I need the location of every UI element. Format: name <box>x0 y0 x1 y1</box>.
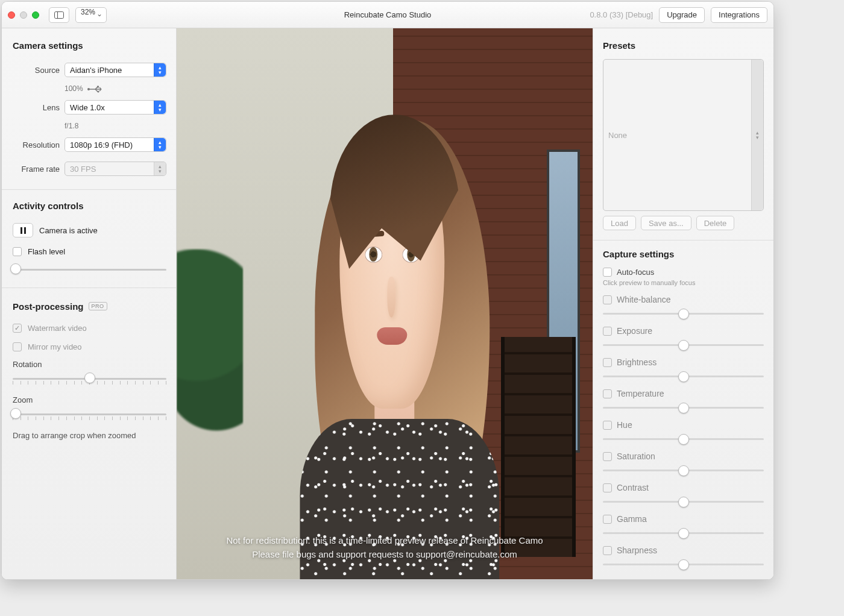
hue-checkbox[interactable] <box>603 421 612 430</box>
mirror-checkbox <box>13 342 22 351</box>
brightness-slider[interactable] <box>603 371 764 383</box>
white-balance-checkbox[interactable] <box>603 295 612 304</box>
divider <box>593 240 773 240</box>
delete-preset-button[interactable]: Delete <box>696 216 735 230</box>
framerate-label: Frame rate <box>13 165 60 174</box>
saturation-label: Saturation <box>617 451 655 461</box>
rotation-slider[interactable] <box>13 372 166 386</box>
battery-label: 100% <box>65 84 83 93</box>
gamma-label: Gamma <box>617 514 647 524</box>
watermark-line1: Not for redistribution: this is a time-l… <box>189 534 581 548</box>
stepper-icon <box>154 138 166 151</box>
autofocus-label: Auto-focus <box>617 268 654 277</box>
gamma-checkbox[interactable] <box>603 515 612 524</box>
contrast-checkbox[interactable] <box>603 483 612 492</box>
svg-rect-4 <box>97 86 99 88</box>
zoom-hint: Drag to arrange crop when zoomed <box>13 431 166 440</box>
usb-icon <box>87 86 99 92</box>
hue-slider[interactable] <box>603 433 764 445</box>
gamma-slider[interactable] <box>603 527 764 539</box>
lens-value: Wide 1.0x <box>70 103 105 112</box>
mirror-label: Mirror my video <box>28 342 82 351</box>
preset-value: None <box>608 131 627 140</box>
flash-level-slider[interactable] <box>13 263 166 277</box>
right-panel: Presets None Load Save as... Delete Capt… <box>593 28 773 579</box>
brightness-label: Brightness <box>617 357 657 367</box>
flash-level-checkbox[interactable] <box>13 247 22 256</box>
resolution-label: Resolution <box>13 140 60 149</box>
sharpness-slider[interactable] <box>603 559 764 571</box>
fullscreen-window-icon[interactable] <box>32 11 39 19</box>
contrast-label: Contrast <box>617 483 649 492</box>
exposure-slider[interactable] <box>603 339 764 351</box>
aperture-label: f/1.8 <box>65 122 78 130</box>
source-select[interactable]: Aidan's iPhone <box>65 63 166 77</box>
zoom-value: 32% <box>81 8 95 16</box>
watermark-label: Watermark video <box>28 324 87 333</box>
version-label: 0.8.0 (33) [Debug] <box>590 10 653 19</box>
sharpness-label: Sharpness <box>617 545 657 555</box>
stepper-icon <box>751 60 763 210</box>
presets-heading: Presets <box>603 40 764 51</box>
post-processing-heading: Post-processing <box>13 301 84 312</box>
pause-camera-button[interactable] <box>13 223 33 237</box>
temperature-checkbox[interactable] <box>603 389 612 398</box>
brightness-checkbox[interactable] <box>603 358 612 367</box>
temperature-label: Temperature <box>617 389 664 398</box>
zoom-select[interactable]: 32% <box>75 7 107 23</box>
white-balance-slider[interactable] <box>603 308 764 320</box>
svg-rect-0 <box>55 11 64 18</box>
upgrade-button[interactable]: Upgrade <box>659 7 705 23</box>
contrast-slider[interactable] <box>603 496 764 508</box>
watermark-checkbox <box>13 324 22 333</box>
window-controls <box>8 11 39 19</box>
integrations-button[interactable]: Integrations <box>711 7 767 23</box>
framerate-select: 30 FPS <box>65 162 166 176</box>
save-preset-button[interactable]: Save as... <box>641 216 691 230</box>
stepper-icon <box>154 101 166 114</box>
camera-status-label: Camera is active <box>39 226 98 235</box>
rotation-label: Rotation <box>13 360 166 369</box>
activity-controls-heading: Activity controls <box>13 201 166 211</box>
sidebar-toggle-button[interactable] <box>49 7 69 23</box>
stepper-icon <box>154 63 166 77</box>
exposure-label: Exposure <box>617 326 652 336</box>
zoom-label: Zoom <box>13 395 166 404</box>
framerate-value: 30 FPS <box>70 165 96 174</box>
titlebar: 32% Reincubate Camo Studio 0.8.0 (33) [D… <box>2 2 773 28</box>
focus-hint: Click preview to manually focus <box>603 279 764 286</box>
zoom-slider[interactable] <box>13 408 166 421</box>
source-value: Aidan's iPhone <box>70 66 122 75</box>
preset-select[interactable]: None <box>603 59 764 211</box>
flash-level-label: Flash level <box>28 247 65 256</box>
autofocus-checkbox[interactable] <box>603 268 612 277</box>
watermark-line2: Please file bugs and support requests to… <box>189 548 581 562</box>
divider <box>2 189 176 190</box>
close-window-icon[interactable] <box>8 11 15 19</box>
resolution-value: 1080p 16:9 (FHD) <box>70 140 133 149</box>
lens-select[interactable]: Wide 1.0x <box>65 100 166 115</box>
svg-point-5 <box>97 91 99 93</box>
pro-badge: PRO <box>89 302 107 310</box>
source-label: Source <box>13 66 60 75</box>
capture-settings-heading: Capture settings <box>603 249 764 259</box>
minimize-window-icon[interactable] <box>20 11 27 19</box>
preview-scene <box>177 28 593 579</box>
resolution-select[interactable]: 1080p 16:9 (FHD) <box>65 137 166 152</box>
preview-watermark: Not for redistribution: this is a time-l… <box>177 534 593 561</box>
saturation-checkbox[interactable] <box>603 452 612 461</box>
load-preset-button[interactable]: Load <box>603 216 636 230</box>
sharpness-checkbox[interactable] <box>603 546 612 555</box>
hue-label: Hue <box>617 420 632 430</box>
stepper-icon <box>154 162 166 175</box>
saturation-slider[interactable] <box>603 465 764 477</box>
lens-label: Lens <box>13 103 60 112</box>
white-balance-label: White-balance <box>617 295 671 304</box>
exposure-checkbox[interactable] <box>603 327 612 336</box>
video-preview[interactable]: Not for redistribution: this is a time-l… <box>177 28 593 579</box>
camera-settings-heading: Camera settings <box>13 40 166 51</box>
divider <box>2 288 176 288</box>
temperature-slider[interactable] <box>603 402 764 414</box>
app-window: 32% Reincubate Camo Studio 0.8.0 (33) [D… <box>1 1 774 580</box>
left-panel: Camera settings Source Aidan's iPhone 10… <box>2 28 177 579</box>
